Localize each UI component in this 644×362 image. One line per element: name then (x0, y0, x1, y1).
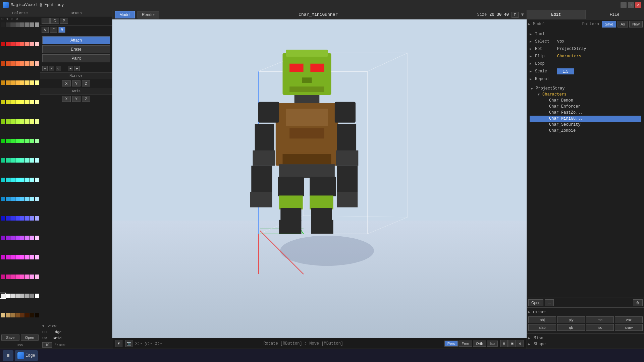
dots-button[interactable]: ... (545, 299, 554, 306)
scale-input[interactable] (557, 68, 574, 74)
palette-cell[interactable] (15, 100, 20, 104)
palette-cell[interactable] (6, 216, 10, 221)
palette-cell[interactable] (30, 197, 34, 201)
palette-cell[interactable] (35, 178, 39, 182)
palette-cell[interactable] (30, 100, 34, 104)
palette-cell[interactable] (35, 294, 39, 298)
palette-cell[interactable] (30, 236, 34, 240)
taskbar-windows-icon[interactable]: ⊞ (3, 350, 13, 361)
palette-cell[interactable] (15, 197, 20, 201)
palette-cell[interactable] (20, 275, 24, 279)
tree-item[interactable]: ▼ Characters (530, 92, 641, 98)
palette-cell[interactable] (25, 313, 30, 317)
palette-cell[interactable] (15, 61, 20, 66)
palette-cell[interactable] (25, 22, 30, 27)
tab-file[interactable]: File (586, 10, 644, 19)
palette-cell[interactable] (30, 178, 34, 182)
export-btn-obj[interactable]: obj (528, 316, 556, 323)
palette-cell[interactable] (25, 158, 30, 163)
tree-item[interactable]: ▶ Char_Demon (530, 98, 641, 104)
palette-cell[interactable] (10, 100, 15, 104)
palette-cell[interactable] (30, 255, 34, 259)
palette-cell[interactable] (10, 22, 15, 27)
palette-cell[interactable] (6, 42, 10, 46)
palette-cell[interactable] (30, 139, 34, 143)
tree-item[interactable]: ▶ ProjectStray (530, 85, 641, 92)
new-button[interactable]: New (629, 21, 643, 27)
as-button[interactable]: As (618, 21, 628, 27)
palette-cell[interactable] (1, 22, 5, 27)
palette-cell[interactable] (30, 61, 34, 66)
palette-cell[interactable] (20, 139, 24, 143)
palette-cell[interactable] (15, 80, 20, 85)
palette-cell[interactable] (10, 139, 15, 143)
palette-cell[interactable] (15, 313, 20, 317)
palette-cell[interactable] (25, 100, 30, 104)
palette-cell[interactable] (20, 61, 24, 66)
free-button[interactable]: Free (459, 341, 472, 347)
palette-cell[interactable] (35, 42, 39, 46)
viewport-down-icon[interactable]: ▼ (115, 340, 122, 347)
palette-cell[interactable] (10, 178, 15, 182)
palette-cell[interactable] (30, 294, 34, 298)
palette-cell[interactable] (20, 236, 24, 240)
rotate-icon[interactable]: ↻ (56, 66, 61, 71)
palette-cell[interactable] (35, 61, 39, 66)
frame-input[interactable] (42, 342, 52, 348)
iso-button[interactable]: Iso (487, 341, 498, 347)
export-btn-qb[interactable]: qb (557, 324, 585, 331)
palette-cell[interactable] (20, 80, 24, 85)
erase-button[interactable]: Erase (42, 45, 110, 53)
palette-cell[interactable] (30, 22, 34, 27)
palette-cell[interactable] (35, 139, 39, 143)
model-view-icon[interactable]: ▣ (508, 340, 516, 347)
palette-cell[interactable] (6, 178, 10, 182)
palette-cell[interactable] (6, 80, 10, 85)
lc-b-button[interactable]: B (58, 27, 65, 33)
brush-tab-l[interactable]: L (42, 18, 50, 24)
palette-cell[interactable] (30, 119, 34, 124)
tree-item[interactable]: ▶ Char_Zombie (530, 128, 641, 134)
save-button[interactable]: Save (602, 21, 616, 27)
palette-cell[interactable] (35, 158, 39, 163)
palette-cell[interactable] (1, 275, 5, 279)
palette-cell[interactable] (30, 313, 34, 317)
palette-cell[interactable] (1, 197, 5, 201)
palette-cell[interactable] (30, 275, 34, 279)
open-file-button[interactable]: Open (528, 299, 543, 306)
palette-cell[interactable] (20, 197, 24, 201)
palette-cell[interactable] (10, 294, 15, 298)
minimize-button[interactable]: ─ (621, 2, 627, 8)
attach-button[interactable]: Attach (42, 36, 110, 44)
mirror-z-button[interactable]: Z (82, 80, 90, 86)
palette-cell[interactable] (20, 42, 24, 46)
viewport-down-arrow[interactable]: ▼ (521, 12, 524, 17)
export-btn-slab[interactable]: slab (528, 324, 556, 331)
export-btn-ply[interactable]: ply (557, 316, 585, 323)
axis-y-button[interactable]: Y (72, 96, 80, 102)
palette-cell[interactable] (30, 216, 34, 221)
tab-model[interactable]: Model (115, 11, 135, 18)
palette-cell[interactable] (15, 255, 20, 259)
palette-cell[interactable] (15, 42, 20, 46)
lc-v-button[interactable]: V (42, 27, 49, 33)
mirror-x-button[interactable]: X (62, 80, 70, 86)
palette-cell[interactable] (1, 255, 5, 259)
export-btn-iso[interactable]: iso (586, 324, 614, 331)
palette-cell[interactable] (20, 22, 24, 27)
reset-view-icon[interactable]: ↺ (517, 340, 524, 347)
palette-cell[interactable] (15, 275, 20, 279)
next-arrow[interactable]: ▶ (74, 66, 80, 71)
palette-cell[interactable] (25, 294, 30, 298)
palette-open-button[interactable]: Open (21, 335, 39, 341)
palette-cell[interactable] (25, 42, 30, 46)
f-button[interactable]: F (512, 12, 519, 18)
palette-cell[interactable] (35, 313, 39, 317)
palette-cell[interactable] (25, 236, 30, 240)
palette-cell[interactable] (10, 119, 15, 124)
palette-cell[interactable] (1, 80, 5, 85)
grid-icon[interactable]: ⊞ (500, 340, 508, 347)
palette-cell[interactable] (10, 42, 15, 46)
palette-cell[interactable] (10, 313, 15, 317)
palette-cell[interactable] (10, 216, 15, 221)
